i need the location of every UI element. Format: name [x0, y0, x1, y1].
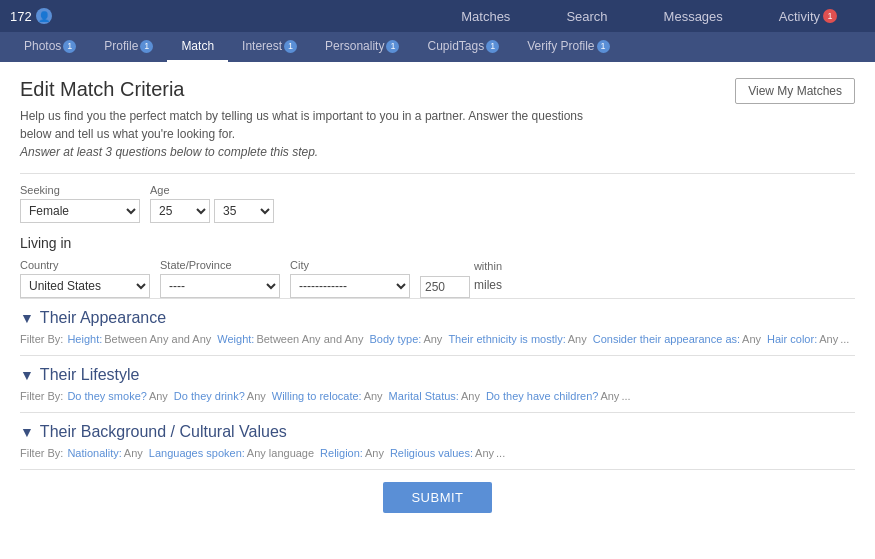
nav-item-messages[interactable]: Messages [636, 0, 751, 32]
state-group: State/Province ---- [160, 259, 280, 298]
within-input[interactable]: 250 [420, 276, 470, 298]
ethnicity-filter[interactable]: Their ethnicity is mostly: [448, 333, 565, 345]
sub-item-profile[interactable]: Profile 1 [90, 32, 167, 62]
sub-nav: Photos 1 Profile 1 Match Interest 1 Pers… [0, 32, 875, 62]
bodytype-filter[interactable]: Body type: [369, 333, 421, 345]
background-section: ▼ Their Background / Cultural Values Fil… [20, 412, 855, 469]
lifestyle-title: Their Lifestyle [40, 366, 140, 384]
age-from-select[interactable]: 18192021 22232425 262728 [150, 199, 210, 223]
appearance-filter-label: Filter By: [20, 333, 63, 345]
city-group: City ------------ [290, 259, 410, 298]
interest-badge: 1 [284, 40, 297, 53]
within-label: within [474, 260, 502, 272]
appearance-chevron-icon: ▼ [20, 310, 34, 326]
religion-filter[interactable]: Religion: [320, 447, 363, 459]
background-filter-row: Filter By: Nationality: Any Languages sp… [20, 447, 855, 459]
nav-item-matches[interactable]: Matches [433, 0, 538, 32]
seeking-select[interactable]: Female Male Everyone [20, 199, 140, 223]
height-filter[interactable]: Height: [67, 333, 102, 345]
nationality-filter[interactable]: Nationality: [67, 447, 121, 459]
lifestyle-section: ▼ Their Lifestyle Filter By: Do they smo… [20, 355, 855, 412]
page-header: Edit Match Criteria Help us find you the… [20, 78, 855, 161]
lifestyle-filter-row: Filter By: Do they smoke? Any Do they dr… [20, 390, 855, 402]
children-filter[interactable]: Do they have children? [486, 390, 599, 402]
religious-values-filter[interactable]: Religious values: [390, 447, 473, 459]
age-label: Age [150, 184, 274, 196]
page-title: Edit Match Criteria [20, 78, 583, 101]
appearance-title: Their Appearance [40, 309, 166, 327]
appearance-filter-row: Filter By: Height: Between Any and Any W… [20, 333, 855, 345]
user-icon: 👤 [36, 8, 52, 24]
seeking-age-row: Seeking Female Male Everyone Age 1819202… [20, 184, 855, 223]
main-nav-links: Matches Search Messages Activity 1 [433, 0, 865, 32]
background-title: Their Background / Cultural Values [40, 423, 287, 441]
activity-badge: 1 [823, 9, 837, 23]
living-in-section: Living in Country United States Canada U… [20, 235, 855, 298]
age-group: Age 18192021 22232425 262728 30313233 34… [150, 184, 274, 223]
background-filter-label: Filter By: [20, 447, 63, 459]
miles-label: miles [474, 278, 502, 295]
living-in-label: Living in [20, 235, 855, 251]
languages-filter[interactable]: Languages spoken: [149, 447, 245, 459]
city-select[interactable]: ------------ [290, 274, 410, 298]
appearance-section: ▼ Their Appearance Filter By: Height: Be… [20, 298, 855, 355]
user-count-number: 172 [10, 9, 32, 24]
smoke-filter[interactable]: Do they smoke? [67, 390, 146, 402]
city-label: City [290, 259, 410, 271]
personality-badge: 1 [386, 40, 399, 53]
submit-button[interactable]: SUBMIT [383, 482, 491, 513]
seeking-age-section: Seeking Female Male Everyone Age 1819202… [20, 173, 855, 223]
haircolor-filter[interactable]: Hair color: [767, 333, 817, 345]
profile-badge: 1 [140, 40, 153, 53]
appearance-as-filter[interactable]: Consider their appearance as: [593, 333, 740, 345]
nav-item-activity[interactable]: Activity 1 [751, 0, 865, 32]
cupidtags-badge: 1 [486, 40, 499, 53]
country-select[interactable]: United States Canada United Kingdom [20, 274, 150, 298]
appearance-header[interactable]: ▼ Their Appearance [20, 309, 855, 327]
within-group: within 250 miles [420, 260, 502, 298]
view-my-matches-button[interactable]: View My Matches [735, 78, 855, 104]
top-nav: 172 👤 Matches Search Messages Activity 1 [0, 0, 875, 32]
background-header[interactable]: ▼ Their Background / Cultural Values [20, 423, 855, 441]
lifestyle-filter-label: Filter By: [20, 390, 63, 402]
photos-badge: 1 [63, 40, 76, 53]
marital-filter[interactable]: Marital Status: [389, 390, 459, 402]
relocate-filter[interactable]: Willing to relocate: [272, 390, 362, 402]
country-label: Country [20, 259, 150, 271]
submit-section: SUBMIT [20, 469, 855, 513]
lifestyle-header[interactable]: ▼ Their Lifestyle [20, 366, 855, 384]
main-content: Edit Match Criteria Help us find you the… [0, 62, 875, 559]
age-between: 18192021 22232425 262728 30313233 343536… [150, 199, 274, 223]
state-label: State/Province [160, 259, 280, 271]
sub-item-personality[interactable]: Personality 1 [311, 32, 413, 62]
sub-item-cupidtags[interactable]: CupidTags 1 [413, 32, 513, 62]
nav-item-search[interactable]: Search [538, 0, 635, 32]
sub-item-verifyprofile[interactable]: Verify Profile 1 [513, 32, 623, 62]
weight-filter[interactable]: Weight: [217, 333, 254, 345]
state-select[interactable]: ---- [160, 274, 280, 298]
seeking-label: Seeking [20, 184, 140, 196]
living-in-row: Country United States Canada United King… [20, 259, 855, 298]
sub-item-match[interactable]: Match [167, 32, 228, 62]
sub-item-photos[interactable]: Photos 1 [10, 32, 90, 62]
drink-filter[interactable]: Do they drink? [174, 390, 245, 402]
verifyprofile-badge: 1 [597, 40, 610, 53]
page-description: Help us find you the perfect match by te… [20, 107, 583, 161]
background-chevron-icon: ▼ [20, 424, 34, 440]
sub-item-interest[interactable]: Interest 1 [228, 32, 311, 62]
user-count: 172 👤 [10, 8, 52, 24]
country-group: Country United States Canada United King… [20, 259, 150, 298]
seeking-group: Seeking Female Male Everyone [20, 184, 140, 223]
age-to-select[interactable]: 30313233 343536 37383940 [214, 199, 274, 223]
page-header-text: Edit Match Criteria Help us find you the… [20, 78, 583, 161]
lifestyle-chevron-icon: ▼ [20, 367, 34, 383]
